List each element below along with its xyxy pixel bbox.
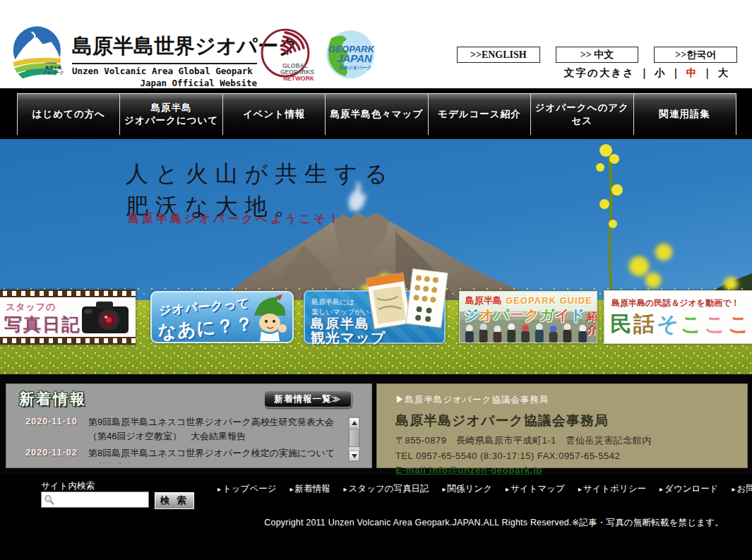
svg-text:日本ジオパーク: 日本ジオパーク xyxy=(339,65,371,71)
banner-guide-english: GEOPARK GUIDE xyxy=(506,295,592,306)
contact-breadcrumb: ▶島原半島ジオパーク協議会事務局 xyxy=(395,394,747,406)
nav-item-event-info[interactable]: イベント情報 xyxy=(222,94,325,135)
search-input[interactable] xyxy=(56,492,148,507)
ggn-logo-icon: GLOBAL GEOPARKS NETWORK xyxy=(258,27,325,85)
title-char: ジ xyxy=(464,305,479,325)
scroll-down-button[interactable] xyxy=(349,451,359,461)
footer-link-news[interactable]: ▸新着情報 xyxy=(290,483,330,495)
triangle-marker-icon: ▸ xyxy=(578,485,582,493)
footer: サイト内検索 検 索 ▸トップページ ▸新着情報 ▸スタッフの写真日記 ▸関係リ… xyxy=(0,475,752,560)
news-list-button[interactable]: 新着情報一覧≫ xyxy=(264,391,352,407)
svg-text:ジオパーク: ジオパーク xyxy=(43,71,64,76)
lang-button-chinese[interactable]: >> 中文 xyxy=(556,47,639,63)
banner-photo-diary-line2: 写真日記 xyxy=(4,313,80,336)
nav-item-model-course[interactable]: モデルコース紹介 xyxy=(428,94,530,135)
page: 島原半島 ジオパーク 島原半島世界ジオパーク Unzen Volcanic Ar… xyxy=(0,0,752,560)
triangle-marker-icon: ▸ xyxy=(217,485,221,493)
title-char: ー xyxy=(510,305,525,325)
search-label: サイト内検索 xyxy=(41,480,95,492)
footer-link-download[interactable]: ▸ダウンロード xyxy=(660,483,719,495)
search-button[interactable]: 検 索 xyxy=(155,492,194,509)
scroll-thumb[interactable] xyxy=(349,429,359,447)
nav-item-glossary[interactable]: 関連用語集 xyxy=(633,94,736,135)
title-char: イ xyxy=(555,305,571,325)
nav-item-about-geopark[interactable]: 島原半島 ジオパークについて xyxy=(119,94,222,135)
svg-text:NETWORK: NETWORK xyxy=(283,75,315,82)
search-icon xyxy=(44,494,54,505)
banner-geopark-guide[interactable]: 島原半島 GEOPARK GUIDE ジ オ パ ー ク ガ イ ド 紹介 xyxy=(459,291,597,343)
triangle-marker-icon: ▸ xyxy=(344,485,347,493)
news-title: 新着情報 xyxy=(19,389,87,409)
contact-address: 〒855-0879 長崎県島原市平成町1-1 雲仙岳災害記念館内 xyxy=(395,434,747,447)
hero-welcome-text: 島原半島ジオパークへようこそ！ xyxy=(128,212,342,227)
triangle-marker-icon: ▸ xyxy=(290,485,294,493)
triangle-marker-icon: ▸ xyxy=(732,485,736,493)
camera-icon xyxy=(78,298,133,336)
news-date: 2020-11-10 xyxy=(15,415,88,443)
triangle-marker-icon: ▸ xyxy=(660,485,663,493)
banner-guide-suffix: 紹介 xyxy=(587,310,598,337)
main-nav: はじめての方へ 島原半島 ジオパークについて イベント情報 島原半島色々マップ … xyxy=(0,88,752,139)
title-char: そ xyxy=(657,310,679,339)
news-item-row[interactable]: 2020-11-10 第9回島原半島ユネスコ世界ジオパーク高校生研究発表大会（第… xyxy=(15,415,340,443)
contact-email-link[interactable]: E-mail info@unzen-geopark.jp xyxy=(395,465,747,475)
news-text[interactable]: 第9回島原半島ユネスコ世界ジオパーク高校生研究発表大会（第46回ジオ空教室） 大… xyxy=(88,415,340,443)
banner-what-is-geopark[interactable]: ジオパークって なあに？？ xyxy=(150,291,294,343)
banner-sightseeing-map[interactable]: 島原半島には 楽しいマップがいっぱい! 島原半島 観光マップ xyxy=(304,290,446,344)
divider: ｜ xyxy=(671,66,682,80)
site-logo[interactable]: 島原半島 ジオパーク xyxy=(8,24,68,83)
contact-section: ▶島原半島ジオパーク協議会事務局 島原半島ジオパーク協議会事務局 〒855-08… xyxy=(376,383,748,468)
news-item-row[interactable]: 2020-11-02 第8回島原半島ユネスコ世界ジオパーク検定の実施について（募… xyxy=(15,446,340,463)
nav-item-access[interactable]: ジオパークへのアクセス xyxy=(530,94,633,135)
news-text[interactable]: 第8回島原半島ユネスコ世界ジオパーク検定の実施について（募集案内） xyxy=(88,446,340,463)
geoparks-japan-icon: GEOPARKS JAPAN 日本ジオパーク xyxy=(326,30,375,79)
font-size-option-large[interactable]: 大 xyxy=(718,66,730,80)
scroll-down-arrow-icon xyxy=(352,454,357,458)
nav-item-first-time[interactable]: はじめての方へ xyxy=(17,94,119,135)
banner-folk-small-text: 島原半島の民話＆ジオを動画で！ xyxy=(611,297,739,309)
footer-link-related-links[interactable]: ▸関係リンク xyxy=(443,483,492,495)
footer-link-contact[interactable]: ▸お問い合わせ xyxy=(732,483,752,495)
font-size-option-small[interactable]: 小 xyxy=(655,66,667,80)
banner-photo-diary[interactable]: スタッフの 写真日記 xyxy=(0,290,136,345)
shimabara-logo-icon: 島原半島 ジオパーク xyxy=(8,24,68,83)
scroll-up-button[interactable] xyxy=(349,417,359,428)
search-box xyxy=(41,492,149,508)
news-scrollbar[interactable] xyxy=(348,417,360,462)
site-title: 島原半島世界ジオパーク xyxy=(72,32,257,64)
news-section: 新着情報 新着情報一覧≫ 2020-11-10 第9回島原半島ユネスコ世界ジオパ… xyxy=(6,383,372,468)
title-char: こ xyxy=(728,310,750,339)
footer-link-sitemap[interactable]: ▸サイトマップ xyxy=(506,483,565,495)
footer-link-top-page[interactable]: ▸トップページ xyxy=(217,483,277,495)
title-char: こ xyxy=(681,310,703,339)
info-section: 新着情報 新着情報一覧≫ 2020-11-10 第9回島原半島ユネスコ世界ジオパ… xyxy=(0,374,752,475)
banner-photo-diary-line1: スタッフの xyxy=(6,301,56,314)
footer-link-photo-diary[interactable]: ▸スタッフの写真日記 xyxy=(344,483,429,495)
contact-tel-fax: TEL 0957-65-5540 (8:30-17:15) FAX:0957-6… xyxy=(395,451,747,461)
map-thumbnails xyxy=(365,268,450,344)
lang-button-korean[interactable]: >>한국어 xyxy=(654,47,737,63)
svg-text:島原半島: 島原半島 xyxy=(45,65,62,71)
title-char: 民 xyxy=(610,310,631,339)
film-strip-top xyxy=(0,291,136,296)
site-header: 島原半島 ジオパーク 島原半島世界ジオパーク Unzen Volcanic Ar… xyxy=(0,0,752,88)
lang-button-english[interactable]: >>ENGLISH xyxy=(457,47,540,63)
title-char: オ xyxy=(479,305,495,325)
scroll-up-arrow-icon xyxy=(352,421,357,425)
site-subtitle: Unzen Volcanic Area Global Geopark Japan… xyxy=(72,66,257,90)
folk-tales-title: 民 話 そ こ こ こ xyxy=(610,310,750,339)
title-char: ガ xyxy=(539,305,555,325)
copyright: Copyright 2011 Unzen Volcanic Area Geopa… xyxy=(264,517,724,529)
site-title-block: 島原半島世界ジオパーク Unzen Volcanic Area Global G… xyxy=(72,32,257,90)
nav-item-maps[interactable]: 島原半島色々マップ xyxy=(325,94,427,135)
hero-section: 人と火山が共生する 肥沃な大地。 島原半島ジオパークへようこそ！ スタッフの 写… xyxy=(0,139,752,374)
font-size-option-medium[interactable]: 中 xyxy=(686,66,698,80)
title-char: 話 xyxy=(633,310,655,339)
banner-guide-title: ジ オ パ ー ク ガ イ ド 紹介 xyxy=(464,305,597,337)
divider: ｜ xyxy=(702,66,713,80)
footer-link-site-policy[interactable]: ▸サイトポリシー xyxy=(578,483,646,495)
title-char: こ xyxy=(704,310,726,339)
contact-name: 島原半島ジオパーク協議会事務局 xyxy=(395,412,747,430)
triangle-marker-icon: ▸ xyxy=(443,485,446,493)
banner-folk-tales[interactable]: 島原半島の民話＆ジオを動画で！ 民 話 そ こ こ こ xyxy=(604,290,752,344)
